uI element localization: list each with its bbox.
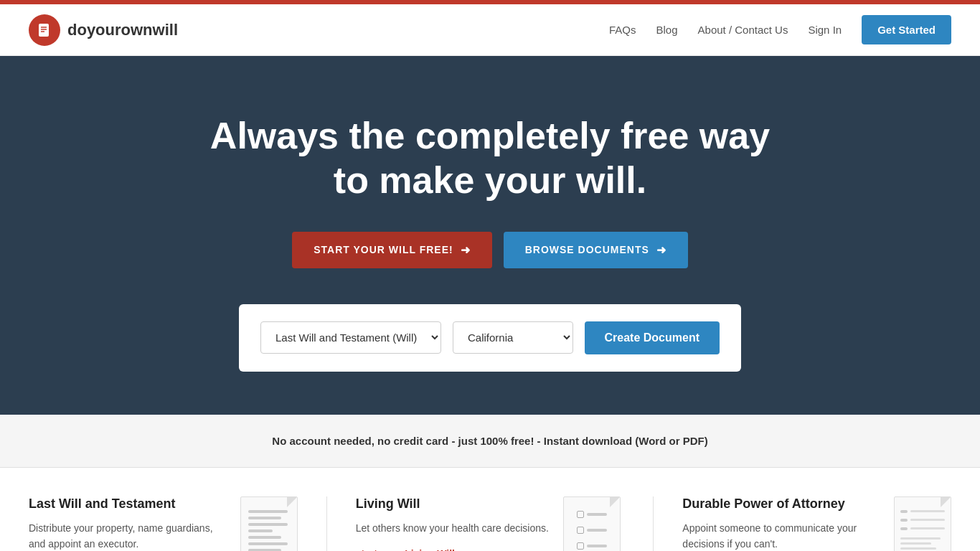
feature-desc-2: Let others know your health care decisio…: [356, 520, 549, 536]
nav-about[interactable]: About / Contact Us: [698, 24, 788, 36]
feature-link-2[interactable]: start your Living Will: [356, 548, 455, 551]
doc-thumbnail-2: [563, 496, 621, 551]
start-will-button[interactable]: START YOUR WILL FREE! ➜: [292, 232, 491, 268]
hero-headline: Always the completely free way to make y…: [203, 113, 777, 203]
document-type-select[interactable]: Last Will and Testament (Will)Living Wil…: [260, 321, 441, 354]
nav-signin[interactable]: Sign In: [808, 24, 842, 36]
feature-title-1: Last Will and Testament: [29, 496, 226, 512]
feature-title-3: Durable Power of Attorney: [682, 496, 880, 512]
feature-last-will: Last Will and Testament Distribute your …: [29, 496, 298, 551]
feature-living-will: Living Will Let others know your health …: [356, 496, 625, 551]
feature-divider-1: [326, 496, 327, 551]
nav-blog[interactable]: Blog: [656, 24, 678, 36]
sub-hero-text: No account needed, no credit card - just…: [0, 415, 980, 468]
feature-title-2: Living Will: [356, 496, 549, 512]
feature-desc-3: Appoint someone to communicate your deci…: [682, 520, 880, 551]
feature-desc-1: Distribute your property, name guardians…: [29, 520, 226, 551]
doc-thumbnail-1: [240, 496, 298, 551]
main-nav: FAQs Blog About / Contact Us Sign In Get…: [609, 15, 951, 44]
document-selector: Last Will and Testament (Will)Living Wil…: [239, 304, 741, 372]
svg-rect-0: [39, 24, 49, 37]
arrow-right-icon-2: ➜: [656, 243, 666, 257]
hero-section: Always the completely free way to make y…: [0, 56, 980, 415]
logo-text: doyourownwill: [67, 21, 178, 39]
logo-icon: [29, 14, 60, 46]
browse-documents-button[interactable]: BROWSE DOCUMENTS ➜: [504, 232, 688, 268]
feature-divider-2: [653, 496, 654, 551]
feature-power-of-attorney: Durable Power of Attorney Appoint someon…: [682, 496, 951, 551]
main-header: doyourownwill FAQs Blog About / Contact …: [0, 4, 980, 56]
hero-buttons: START YOUR WILL FREE! ➜ BROWSE DOCUMENTS…: [29, 232, 951, 268]
features-section: Last Will and Testament Distribute your …: [0, 468, 980, 551]
state-select[interactable]: AlabamaAlaskaArizonaArkansasCaliforniaCo…: [453, 321, 573, 354]
create-document-button[interactable]: Create Document: [585, 321, 720, 354]
get-started-button[interactable]: Get Started: [862, 15, 951, 44]
doc-thumbnail-3: [894, 496, 951, 551]
logo-area[interactable]: doyourownwill: [29, 14, 178, 46]
nav-faqs[interactable]: FAQs: [609, 24, 636, 36]
arrow-right-icon: ➜: [461, 243, 471, 257]
